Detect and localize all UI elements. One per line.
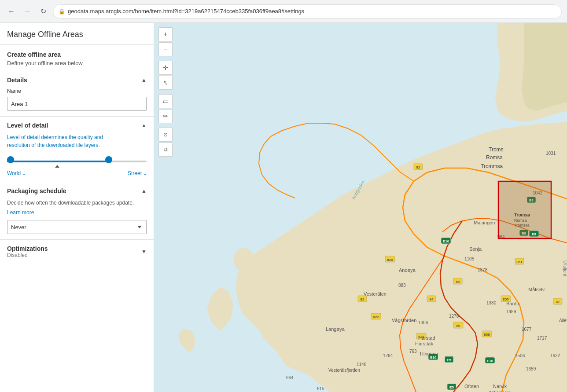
arrow-tool-button[interactable]: ↖ <box>158 76 173 90</box>
optimizations-status: Disabled <box>7 252 48 258</box>
map-svg[interactable]: E10 E6 E8 82 820 82 822 84 84 825 86 <box>154 23 567 392</box>
svg-text:Vågsforden: Vågsforden <box>392 318 416 323</box>
svg-text:E5: E5 <box>447 358 451 362</box>
reload-button[interactable]: ↻ <box>37 5 49 18</box>
svg-text:82: 82 <box>361 297 364 301</box>
svg-rect-84 <box>498 181 551 238</box>
create-area-title: Create offline area <box>7 51 147 58</box>
svg-text:Senja: Senja <box>469 246 482 252</box>
svg-text:1306: 1306 <box>418 320 428 325</box>
panel-header: Manage Offline Areas <box>0 23 154 45</box>
packaging-section-title: Packaging schedule <box>7 187 66 194</box>
svg-text:1677: 1677 <box>522 327 532 332</box>
crop-button[interactable]: ⊝ <box>158 128 173 142</box>
svg-text:1378: 1378 <box>478 267 488 272</box>
toolbar-separator-1 <box>158 57 173 60</box>
zoom-in-button[interactable]: + <box>158 27 173 41</box>
svg-text:Vesterålsfjorden: Vesterålsfjorden <box>328 368 360 373</box>
slider-labels: World ⌄ Street ⌄ <box>7 170 147 176</box>
create-area-banner: Create offline area Define your offline … <box>0 45 154 71</box>
svg-text:Troms: Troms <box>489 147 504 153</box>
svg-text:820: 820 <box>387 258 393 262</box>
slider-label-street[interactable]: Street ⌄ <box>128 170 147 176</box>
zoom-out-button[interactable]: − <box>158 42 173 56</box>
svg-text:Malangen: Malangen <box>474 220 495 225</box>
svg-text:1632: 1632 <box>550 353 560 358</box>
svg-text:87: 87 <box>556 300 560 304</box>
svg-text:1146: 1146 <box>357 362 367 367</box>
map-toolbar: + − ✛ ↖ ▭ ✏ ⊝ ⧉ <box>158 27 173 157</box>
svg-text:1264: 1264 <box>383 353 393 358</box>
toolbar-separator-2 <box>158 91 173 93</box>
lod-section-title: Level of detail <box>7 122 48 129</box>
slider-label-world[interactable]: World ⌄ <box>7 170 26 176</box>
optimizations-header[interactable]: Optimizations Disabled ▼ <box>7 245 147 258</box>
optimizations-section: Optimizations Disabled ▼ <box>0 240 154 264</box>
svg-text:84: 84 <box>430 297 434 301</box>
svg-text:E10: E10 <box>443 239 449 243</box>
optimizations-left: Optimizations Disabled <box>7 245 48 258</box>
svg-text:E8: E8 <box>532 232 536 236</box>
slider-world-chevron: ⌄ <box>22 171 26 176</box>
schedule-select[interactable]: Never Daily Weekly Monthly <box>7 220 147 234</box>
name-label: Name <box>7 88 147 94</box>
svg-text:Andøya: Andøya <box>399 267 416 273</box>
lod-description: Level of detail determines the quality a… <box>7 133 147 149</box>
slider-street-text: Street <box>128 170 142 176</box>
svg-text:E5: E5 <box>449 385 454 389</box>
svg-text:Trommsa: Trommsa <box>481 163 503 169</box>
svg-text:858: 858 <box>484 333 490 337</box>
details-section: Details ▲ Name <box>0 71 154 117</box>
svg-text:Narvik: Narvik <box>493 384 507 389</box>
browser-chrome: ← → ↻ 🔒 geodata.maps.arcgis.com/home/ite… <box>0 0 567 23</box>
svg-text:E10: E10 <box>487 359 493 363</box>
svg-text:964: 964 <box>286 375 294 380</box>
details-section-header[interactable]: Details ▲ <box>7 77 147 84</box>
lod-section-header[interactable]: Level of detail ▲ <box>7 122 147 129</box>
details-section-title: Details <box>7 77 27 84</box>
svg-text:Allev...: Allev... <box>559 318 567 323</box>
svg-text:1506: 1506 <box>515 353 525 358</box>
lod-slider-container <box>7 155 147 169</box>
svg-text:1489: 1489 <box>506 309 516 314</box>
svg-text:82: 82 <box>416 165 420 169</box>
copy-button[interactable]: ⧉ <box>158 143 173 157</box>
svg-text:1276: 1276 <box>449 314 459 319</box>
svg-text:Ullsfjord: Ullsfjord <box>563 260 567 276</box>
svg-text:84: 84 <box>456 280 460 284</box>
lod-description-text1: Level of detail determines the quality a… <box>7 134 103 148</box>
name-input[interactable] <box>7 97 147 111</box>
map-container: + − ✛ ↖ ▭ ✏ ⊝ ⧉ <box>154 23 567 392</box>
schedule-select-wrapper: Never Daily Weekly Monthly <box>7 220 147 234</box>
lod-toggle-icon: ▲ <box>141 122 147 128</box>
svg-text:Ofoten: Ofoten <box>464 384 479 389</box>
slider-world-text: World <box>7 170 21 176</box>
slider-tick <box>55 165 59 168</box>
rect-select-button[interactable]: ▭ <box>158 94 173 108</box>
details-toggle-icon: ▲ <box>141 77 147 83</box>
toolbar-separator-3 <box>158 124 173 127</box>
address-bar[interactable]: 🔒 geodata.maps.arcgis.com/home/item.html… <box>53 4 562 18</box>
pan-tool-button[interactable]: ✛ <box>158 61 173 75</box>
slider-street-chevron: ⌄ <box>143 171 147 176</box>
forward-button[interactable]: → <box>21 5 33 18</box>
page-title: Manage Offline Areas <box>7 30 147 39</box>
learn-more-link[interactable]: Learn more <box>7 209 147 216</box>
url-text: geodata.maps.arcgis.com/home/item.html?i… <box>68 8 304 15</box>
create-area-subtitle: Define your offline area below <box>7 60 147 66</box>
optimizations-title: Optimizations <box>7 245 48 252</box>
main-layout: Manage Offline Areas Create offline area… <box>0 23 567 392</box>
back-button[interactable]: ← <box>5 5 18 18</box>
svg-text:Hinnøya: Hinnøya <box>420 351 438 356</box>
optimizations-toggle-icon: ▼ <box>141 249 147 255</box>
svg-text:Målselv: Målselv <box>528 287 545 292</box>
svg-text:1380: 1380 <box>486 300 497 305</box>
svg-text:Bardu: Bardu <box>506 301 519 306</box>
svg-text:815: 815 <box>317 386 324 391</box>
svg-text:Langøya: Langøya <box>326 326 345 332</box>
svg-text:1105: 1105 <box>464 256 475 261</box>
svg-text:Romsa: Romsa <box>486 154 503 161</box>
packaging-section-header[interactable]: Packaging schedule ▲ <box>7 187 147 194</box>
svg-text:Harstad: Harstad <box>418 335 435 341</box>
freehand-button[interactable]: ✏ <box>158 109 173 123</box>
